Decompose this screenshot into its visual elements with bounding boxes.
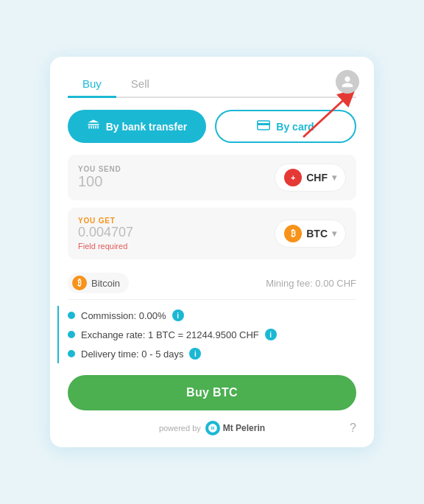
exchange-rate-row: Exchange rate: 1 BTC = 21244.9500 CHF i xyxy=(81,325,356,344)
tab-sell[interactable]: Sell xyxy=(116,71,164,98)
bank-transfer-button[interactable]: By bank transfer xyxy=(68,110,206,143)
btc-icon: ₿ xyxy=(284,225,302,242)
get-currency-label: BTC xyxy=(306,228,328,239)
powered-by-text: powered by xyxy=(159,424,201,433)
buy-button[interactable]: Buy BTC xyxy=(68,375,356,410)
send-currency-chevron-icon: ▾ xyxy=(332,172,336,183)
send-currency-selector[interactable]: + CHF ▾ xyxy=(275,164,346,192)
coin-name-label: Bitcoin xyxy=(91,278,120,289)
card-label: By card xyxy=(276,121,314,133)
send-field: YOU SEND 100 + CHF ▾ xyxy=(68,155,356,200)
delivery-text: Delivery time: 0 - 5 days xyxy=(81,349,183,360)
get-label: YOU GET xyxy=(78,217,275,225)
help-icon[interactable]: ? xyxy=(350,421,356,435)
mining-fee-label: Mining fee: 0.00 CHF xyxy=(266,278,356,289)
footer: powered by Mt Pelerin ? xyxy=(68,421,356,435)
get-currency-selector[interactable]: ₿ BTC ▾ xyxy=(275,220,346,248)
commission-text: Commission: 0.00% xyxy=(81,310,166,321)
pelerin-icon xyxy=(205,421,220,435)
bitcoin-chip[interactable]: ₿ Bitcoin xyxy=(68,273,129,293)
card-button[interactable]: By card xyxy=(215,110,356,143)
exchange-info-icon[interactable]: i xyxy=(265,329,277,340)
send-currency-label: CHF xyxy=(306,172,328,183)
timeline-line xyxy=(57,306,59,363)
chf-icon: + xyxy=(284,169,302,186)
card-icon xyxy=(257,120,270,133)
delivery-info-icon[interactable]: i xyxy=(189,348,201,360)
commission-dot xyxy=(68,312,75,319)
bank-icon xyxy=(87,119,100,134)
commission-row: Commission: 0.00% i xyxy=(81,306,356,325)
commission-info-icon[interactable]: i xyxy=(172,309,184,321)
get-currency-chevron-icon: ▾ xyxy=(332,228,336,239)
field-required-text: Field required xyxy=(78,242,275,251)
main-card: Buy Sell By bank transfer By card YO xyxy=(50,57,374,447)
svg-rect-3 xyxy=(258,123,270,125)
tab-bar: Buy Sell xyxy=(68,71,356,98)
delivery-row: Delivery time: 0 - 5 days i xyxy=(81,344,356,363)
exchange-dot xyxy=(68,331,75,338)
get-value[interactable]: 0.004707 xyxy=(78,225,275,240)
coin-mining-row: ₿ Bitcoin Mining fee: 0.00 CHF xyxy=(68,267,356,300)
send-field-left: YOU SEND 100 xyxy=(78,165,275,190)
payment-method-row: By bank transfer By card xyxy=(68,110,356,143)
send-label: YOU SEND xyxy=(78,165,275,173)
send-value[interactable]: 100 xyxy=(78,173,275,190)
user-avatar[interactable] xyxy=(336,70,359,94)
info-section: ₿ Bitcoin Mining fee: 0.00 CHF Commissio… xyxy=(68,267,356,363)
exchange-rate-text: Exchange rate: 1 BTC = 21244.9500 CHF xyxy=(81,329,259,340)
timeline: Commission: 0.00% i Exchange rate: 1 BTC… xyxy=(68,306,356,363)
pelerin-logo: Mt Pelerin xyxy=(205,421,265,435)
get-field: YOU GET 0.004707 Field required ₿ BTC ▾ xyxy=(68,208,356,259)
bank-transfer-label: By bank transfer xyxy=(106,121,187,133)
get-field-left: YOU GET 0.004707 Field required xyxy=(78,217,275,251)
tab-buy[interactable]: Buy xyxy=(68,71,116,98)
bitcoin-chip-icon: ₿ xyxy=(72,276,87,290)
delivery-dot xyxy=(68,350,75,357)
pelerin-name: Mt Pelerin xyxy=(223,423,265,433)
